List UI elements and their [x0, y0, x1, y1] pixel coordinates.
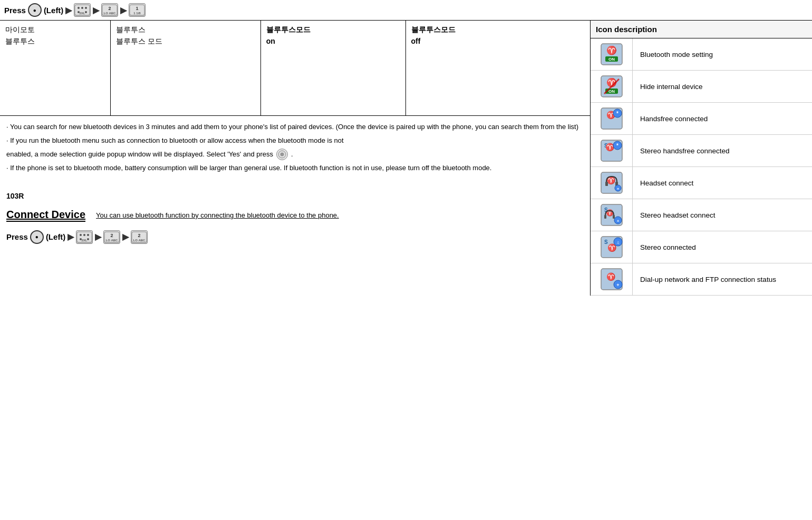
- bottom-key-2a-icon: 2 LO ABC: [103, 230, 120, 244]
- nav-col-4-text: 블루투스모드 off: [411, 24, 585, 47]
- svg-text:2XL: 2XL: [80, 12, 85, 15]
- main-content: 마이모토 블루투스 블루투스 블루투스 모드 블루투스모드 on: [0, 21, 812, 296]
- stereo-handsfree-icon: S ♈ *: [600, 139, 623, 162]
- left-panel: 마이모토 블루투스 블루투스 블루투스 모드 블루투스모드 on: [0, 21, 591, 296]
- svg-point-5: [85, 11, 87, 13]
- bottom-arrow-1: ▶: [67, 232, 74, 242]
- note-1: · You can search for new bluetooth devic…: [6, 121, 584, 133]
- nav-col-1-text: 마이모토 블루투스: [5, 24, 105, 47]
- nav-col-1: 마이모토 블루투스: [0, 21, 110, 115]
- svg-text:LO ABC: LO ABC: [106, 239, 118, 242]
- icon-row-5: S ♈ + Stereo headset connect: [591, 199, 812, 231]
- icon-label-4: Headset connect: [633, 174, 812, 192]
- arrow-2: ▶: [93, 5, 99, 15]
- connect-device-header: Connect Device You can use bluetooth fun…: [6, 209, 584, 222]
- left-key-icon: ●: [28, 3, 42, 17]
- bottom-left-label: (Left): [46, 232, 66, 241]
- bottom-key-2b-icon: 2 LO ABC: [131, 230, 148, 244]
- bottom-left-key-icon: ●: [30, 230, 44, 244]
- svg-point-18: [87, 234, 89, 236]
- icon-cell-7: ♈ +: [591, 263, 633, 295]
- svg-text:♈: ♈: [606, 45, 617, 55]
- top-press-bar: Press ● (Left) ▶ 2XL ▶ 2 LO ABC ▶ 1 1 1/…: [0, 0, 812, 21]
- svg-text:♈: ♈: [605, 143, 614, 152]
- svg-text:1: 1: [136, 6, 139, 11]
- svg-point-17: [83, 234, 85, 236]
- svg-text:+: +: [616, 187, 619, 191]
- icon-label-5: Stereo headset connect: [633, 206, 812, 224]
- connect-device-title: Connect Device: [6, 209, 85, 222]
- svg-rect-56: [613, 215, 615, 219]
- svg-text:2XL: 2XL: [82, 239, 88, 242]
- icon-row-3: S ♈ * Stereo handsfree connected: [591, 135, 812, 167]
- svg-point-3: [85, 7, 87, 9]
- bottom-arrow-3: ▶: [122, 232, 129, 242]
- svg-text:2: 2: [138, 233, 141, 238]
- nav-col-3: 블루투스모드 on: [260, 21, 405, 115]
- arrow-3: ▶: [120, 5, 127, 15]
- nav-table: 마이모토 블루투스 블루투스 블루투스 모드 블루투스모드 on: [0, 21, 590, 116]
- bottom-press-bar: Press ● (Left) ▶ 2XL ▶: [6, 230, 584, 244]
- svg-rect-55: [604, 215, 606, 219]
- bottom-section: 103R Connect Device You can use bluetoot…: [0, 181, 590, 254]
- nav-col-4: 블루투스모드 off: [405, 21, 590, 115]
- bluetooth-mode-icon: ♈ ON: [600, 43, 623, 66]
- nav-col-3-text: 블루투스모드 on: [266, 24, 400, 47]
- right-panel: Icon description ♈ ON Bluetooth mode set…: [591, 21, 812, 296]
- svg-text:2: 2: [111, 233, 113, 238]
- icon-row-4: ♈ + Headset connect: [591, 167, 812, 199]
- note-2: · If you run the bluetooth menu such as …: [6, 135, 584, 146]
- icon-row-1: ♈ ON Hide internal device: [591, 71, 812, 103]
- key-5-icon: 2XL: [74, 3, 91, 17]
- svg-rect-48: [605, 182, 608, 186]
- headset-connect-icon: ♈ +: [600, 171, 623, 194]
- icon-cell-1: ♈ ON: [591, 71, 633, 102]
- page-number: 103R: [6, 192, 584, 200]
- icon-label-6: Stereo connected: [633, 238, 812, 257]
- icon-label-2: Handsfree connected: [633, 110, 812, 128]
- icon-label-1: Hide internal device: [633, 77, 812, 96]
- icon-desc-header: Icon description: [591, 21, 812, 38]
- svg-text:♫: ♫: [616, 240, 620, 245]
- key-2-icon: 2 LO ABC: [101, 3, 118, 17]
- handsfree-connected-icon: ♈ *: [600, 107, 623, 130]
- icon-cell-0: ♈ ON: [591, 38, 633, 70]
- svg-point-14: [281, 153, 284, 156]
- icon-label-3: Stereo handsfree connected: [633, 142, 812, 160]
- icon-cell-5: S ♈ +: [591, 199, 633, 231]
- icon-cell-3: S ♈ *: [591, 135, 633, 166]
- svg-point-1: [78, 7, 80, 9]
- icon-label-7: Dial-up network and FTP connection statu…: [633, 270, 812, 289]
- bottom-press-label: Press: [6, 232, 28, 241]
- svg-text:ON: ON: [608, 89, 615, 94]
- icon-cell-2: ♈ *: [591, 103, 633, 134]
- nav-col-2-text: 블루투스 블루투스 모드: [116, 24, 255, 47]
- note-3: enabled, a mode selection guide popup wi…: [6, 149, 584, 160]
- icon-row-0: ♈ ON Bluetooth mode setting: [591, 38, 812, 71]
- hide-internal-icon: ♈ ON: [600, 75, 623, 98]
- arrow-1: ▶: [65, 5, 72, 15]
- svg-text:*: *: [616, 143, 618, 149]
- icon-row-6: S ♈ ♫ Stereo connected: [591, 231, 812, 263]
- note-4: · If the phone is set to bluetooth mode,…: [6, 162, 584, 174]
- svg-text:♈: ♈: [606, 272, 615, 281]
- icon-cell-6: S ♈ ♫: [591, 231, 633, 263]
- svg-point-20: [87, 238, 89, 240]
- stereo-headset-icon: S ♈ +: [600, 203, 623, 227]
- press-label: Press: [4, 6, 26, 15]
- icon-row-7: ♈ + Dial-up network and FTP connection s…: [591, 263, 812, 296]
- icon-label-0: Bluetooth mode setting: [633, 45, 812, 64]
- svg-text:2: 2: [109, 6, 111, 11]
- bottom-key-5-icon: 2XL: [76, 230, 93, 244]
- stereo-connected-icon: S ♈ ♫: [600, 236, 623, 259]
- svg-text:+: +: [616, 219, 619, 223]
- svg-text:ON: ON: [608, 57, 615, 62]
- bottom-arrow-2: ▶: [95, 232, 101, 242]
- icon-cell-4: ♈ +: [591, 167, 633, 199]
- icon-row-2: ♈ * Handsfree connected: [591, 103, 812, 135]
- notes-section: · You can search for new bluetooth devic…: [0, 116, 590, 181]
- connect-device-desc: You can use bluetooth function by connec…: [96, 211, 339, 219]
- dialup-network-icon: ♈ +: [600, 268, 623, 291]
- svg-text:1 1/8: 1 1/8: [134, 12, 141, 15]
- svg-text:+: +: [616, 282, 619, 288]
